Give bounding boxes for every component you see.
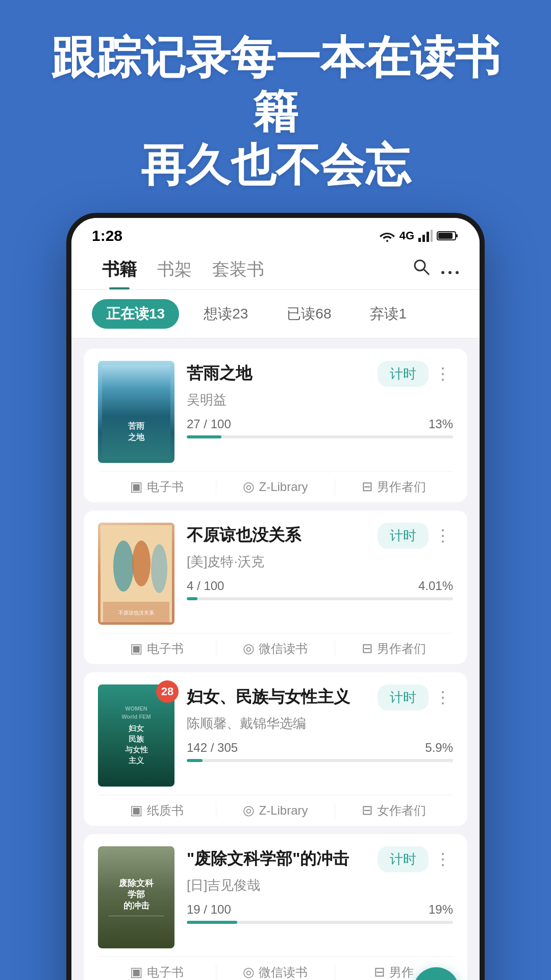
wifi-icon xyxy=(379,230,395,242)
svg-point-12 xyxy=(456,271,459,274)
book-title-4: "废除文科学部"的冲击 xyxy=(187,848,373,870)
book-cover-wrap-4: 废除文科学部的冲击 xyxy=(98,846,174,948)
book-author-3: 陈顺馨、戴锦华选编 xyxy=(187,715,453,732)
shelf-icon-4: ⊟ xyxy=(374,964,385,980)
book-cover-4: 废除文科学部的冲击 xyxy=(98,846,174,948)
search-button[interactable] xyxy=(412,258,431,281)
timer-button-2[interactable]: 计时 xyxy=(378,523,429,549)
book-author-4: [日]吉见俊哉 xyxy=(187,876,453,894)
table-row: 废除文科学部的冲击 "废除文科学部"的冲击 计时 ⋮ [日]吉见俊哉 xyxy=(84,834,467,980)
filter-read[interactable]: 已读68 xyxy=(272,299,345,329)
more-button[interactable] xyxy=(441,259,459,280)
book-cover-wrap-1: 苦雨之地 xyxy=(98,361,174,463)
timer-button-3[interactable]: 计时 xyxy=(378,684,429,710)
signal-bars-icon xyxy=(418,230,433,242)
more-menu-3[interactable]: ⋮ xyxy=(433,688,453,707)
svg-point-8 xyxy=(415,260,425,271)
progress-fill-4 xyxy=(187,921,237,924)
book-source-1: ◎ Z-Library xyxy=(216,479,334,495)
svg-rect-7 xyxy=(438,233,453,239)
phone-wrapper: 1:28 4G xyxy=(0,213,551,980)
status-bar: 1:28 4G xyxy=(71,218,480,249)
source-icon-4: ◎ xyxy=(243,964,255,980)
book-cover-2: 不原谅也没关系 xyxy=(98,523,174,625)
book-list: 苦雨之地 苦雨之地 计时 ⋮ 吴明益 xyxy=(71,338,480,980)
svg-rect-2 xyxy=(422,235,425,242)
battery-icon xyxy=(437,230,459,242)
book-cover-wrap-2: 不原谅也没关系 xyxy=(98,523,174,625)
book-shelf-2: ⊟ 男作者们 xyxy=(335,641,453,657)
more-menu-2[interactable]: ⋮ xyxy=(433,526,453,545)
book-shelf-1: ⊟ 男作者们 xyxy=(335,479,453,495)
book-source-2: ◎ 微信读书 xyxy=(216,641,334,657)
svg-point-0 xyxy=(386,240,388,242)
phone-frame: 1:28 4G xyxy=(66,213,485,980)
book-pages-3: 142 / 305 xyxy=(187,741,238,755)
filter-reading[interactable]: 正在读13 xyxy=(92,299,179,329)
book-shelf-3: ⊟ 女作者们 xyxy=(335,802,453,819)
book-meta-3: ▣ 纸质书 ◎ Z-Library ⊟ 女作者们 xyxy=(98,795,453,826)
book-cover-wrap-3: WOMENWorld FEM 妇女民族与女性主义 28 xyxy=(98,684,174,787)
hero-line1: 跟踪记录每一本在读书籍 xyxy=(51,32,500,137)
tab-sets[interactable]: 套装书 xyxy=(202,254,274,289)
book-pct-1: 13% xyxy=(429,417,453,431)
table-row: 不原谅也没关系 不原谅也没关系 计时 ⋮ [美]皮特·沃克 xyxy=(84,510,467,664)
svg-line-9 xyxy=(424,270,429,275)
book-pct-4: 19% xyxy=(429,902,453,917)
tab-bookshelf[interactable]: 书架 xyxy=(147,254,202,289)
timer-button-1[interactable]: 计时 xyxy=(378,361,429,387)
book-pages-2: 4 / 100 xyxy=(187,579,224,593)
more-menu-4[interactable]: ⋮ xyxy=(433,849,453,869)
timer-button-4[interactable]: 计时 xyxy=(378,846,429,872)
progress-bar-2 xyxy=(187,597,453,600)
shelf-icon-1: ⊟ xyxy=(362,479,373,495)
more-menu-1[interactable]: ⋮ xyxy=(433,364,453,383)
nav-tabs: 书籍 书架 套装书 xyxy=(71,249,480,290)
progress-bar-1 xyxy=(187,435,453,438)
status-icons: 4G xyxy=(379,229,459,242)
shelf-icon-2: ⊟ xyxy=(362,641,373,656)
book-title-2: 不原谅也没关系 xyxy=(187,524,373,547)
tab-books[interactable]: 书籍 xyxy=(92,254,147,289)
book-source-3: ◎ Z-Library xyxy=(216,802,334,818)
book-author-2: [美]皮特·沃克 xyxy=(187,553,453,571)
progress-fill-1 xyxy=(187,435,221,438)
book-format-2: ▣ 电子书 xyxy=(98,641,216,657)
book-pages-1: 27 / 100 xyxy=(187,417,231,431)
book-author-1: 吴明益 xyxy=(187,391,453,409)
progress-bar-3 xyxy=(187,759,453,762)
format-icon-1: ▣ xyxy=(130,479,143,495)
svg-rect-3 xyxy=(427,232,429,242)
hero-section: 跟踪记录每一本在读书籍 再久也不会忘 xyxy=(0,0,551,213)
book-info-2: 不原谅也没关系 计时 ⋮ [美]皮特·沃克 4 / 100 4.01% xyxy=(187,523,453,608)
svg-point-16 xyxy=(151,544,167,593)
format-icon-4: ▣ xyxy=(130,964,143,980)
source-icon-2: ◎ xyxy=(243,641,255,656)
filter-tabs: 正在读13 想读23 已读68 弃读1 xyxy=(71,290,480,338)
book-pct-3: 5.9% xyxy=(425,741,453,755)
book-meta-1: ▣ 电子书 ◎ Z-Library ⊟ 男作者们 xyxy=(98,471,453,502)
format-icon-3: ▣ xyxy=(130,802,143,818)
svg-rect-1 xyxy=(418,238,421,242)
svg-rect-6 xyxy=(456,234,458,237)
book-title-1: 苦雨之地 xyxy=(187,362,373,385)
hero-line2: 再久也不会忘 xyxy=(141,140,410,190)
source-icon-1: ◎ xyxy=(243,479,255,495)
cover-art-2: 不原谅也没关系 xyxy=(101,525,172,622)
book-info-4: "废除文科学部"的冲击 计时 ⋮ [日]吉见俊哉 19 / 100 19% xyxy=(187,846,453,932)
book-info-1: 苦雨之地 计时 ⋮ 吴明益 27 / 100 13% xyxy=(187,361,453,447)
svg-rect-4 xyxy=(431,230,433,242)
book-pct-2: 4.01% xyxy=(418,579,453,593)
book-cover-1: 苦雨之地 xyxy=(98,361,174,463)
book-format-4: ▣ 电子书 xyxy=(98,964,216,980)
status-time: 1:28 xyxy=(92,227,122,244)
svg-point-15 xyxy=(132,541,151,586)
book-badge-3: 28 xyxy=(156,680,179,703)
source-icon-3: ◎ xyxy=(243,802,255,818)
svg-text:不原谅也没关系: 不原谅也没关系 xyxy=(118,610,154,616)
filter-abandoned[interactable]: 弃读1 xyxy=(356,299,421,329)
book-format-1: ▣ 电子书 xyxy=(98,479,216,495)
format-icon-2: ▣ xyxy=(130,641,143,656)
filter-want[interactable]: 想读23 xyxy=(189,299,262,329)
progress-fill-2 xyxy=(187,597,197,600)
